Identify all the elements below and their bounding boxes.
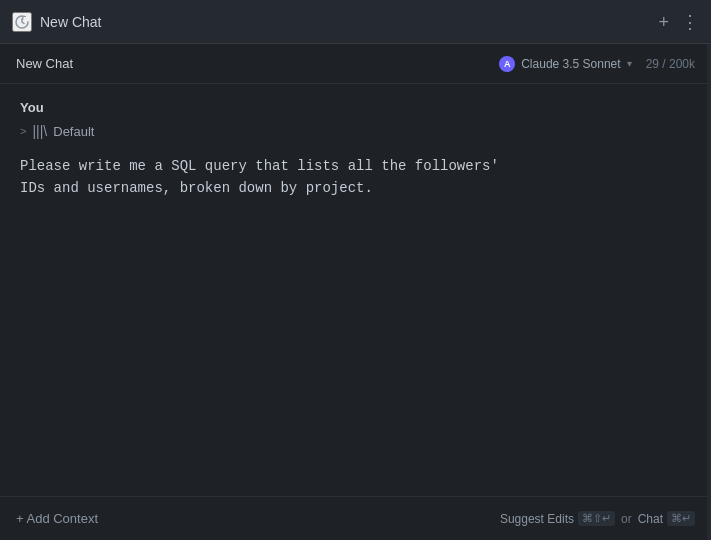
title-bar: New Chat + ⋮ bbox=[0, 0, 711, 44]
suggest-edits-button[interactable]: Suggest Edits ⌘⇧↵ bbox=[500, 511, 615, 526]
menu-button[interactable]: ⋮ bbox=[681, 13, 699, 31]
add-context-button[interactable]: + Add Context bbox=[16, 511, 98, 526]
right-edge bbox=[707, 44, 711, 540]
suggest-edits-shortcut: ⌘⇧↵ bbox=[578, 511, 615, 526]
model-chevron-icon: ▾ bbox=[627, 58, 632, 69]
bottom-bar: + Add Context Suggest Edits ⌘⇧↵ or Chat … bbox=[0, 496, 711, 540]
chat-shortcut: ⌘↵ bbox=[667, 511, 695, 526]
model-name: Claude 3.5 Sonnet bbox=[521, 57, 620, 71]
chat-area: You > |||\ Default Please write me a SQL… bbox=[0, 84, 711, 540]
add-chat-button[interactable]: + bbox=[658, 13, 669, 31]
title-bar-actions: + ⋮ bbox=[658, 13, 699, 31]
model-selector[interactable]: A Claude 3.5 Sonnet ▾ 29 / 200k bbox=[499, 56, 695, 72]
model-icon: A bbox=[499, 56, 515, 72]
default-row[interactable]: > |||\ Default bbox=[20, 123, 691, 139]
or-separator: or bbox=[621, 512, 632, 526]
title-bar-title: New Chat bbox=[40, 14, 650, 30]
chat-title: New Chat bbox=[16, 56, 73, 71]
app-container: New Chat + ⋮ New Chat A Claude 3.5 Sonne… bbox=[0, 0, 711, 540]
history-icon[interactable] bbox=[12, 12, 32, 32]
default-label: Default bbox=[53, 124, 94, 139]
chat-button[interactable]: Chat ⌘↵ bbox=[638, 511, 695, 526]
default-bars-icon: |||\ bbox=[32, 123, 47, 139]
message-text: Please write me a SQL query that lists a… bbox=[20, 155, 691, 200]
default-chevron-icon: > bbox=[20, 125, 26, 137]
message-section: You > |||\ Default Please write me a SQL… bbox=[20, 100, 691, 200]
token-count: 29 / 200k bbox=[646, 57, 695, 71]
sub-header: New Chat A Claude 3.5 Sonnet ▾ 29 / 200k bbox=[0, 44, 711, 84]
message-author-label: You bbox=[20, 100, 691, 115]
bottom-actions: Suggest Edits ⌘⇧↵ or Chat ⌘↵ bbox=[500, 511, 695, 526]
